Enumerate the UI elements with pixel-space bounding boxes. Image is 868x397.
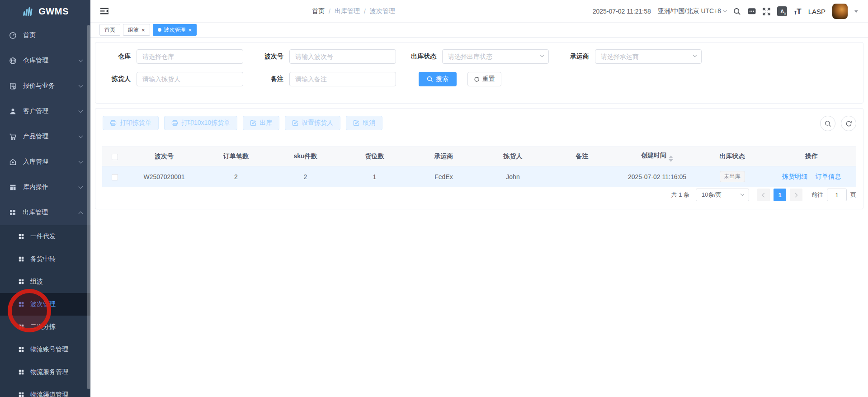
grid-icon xyxy=(18,369,24,375)
current-page-button[interactable]: 1 xyxy=(774,189,786,201)
user-menu-caret-icon[interactable] xyxy=(854,10,858,13)
table-utility-buttons xyxy=(820,116,856,131)
set-picker-button[interactable]: 设置拣货人 xyxy=(285,116,340,130)
column-header-label: 创建时间 xyxy=(641,151,666,159)
sidebar-subitem-logistics-channels[interactable]: 物流渠道管理 xyxy=(0,383,90,397)
tab-wave-grouping[interactable]: 组波 × xyxy=(123,24,150,36)
picking-detail-link[interactable]: 拣货明细 xyxy=(782,173,807,181)
edit-square-icon xyxy=(353,120,359,126)
sidebar-item-customers[interactable]: 客户管理 xyxy=(0,99,90,124)
chevron-down-icon xyxy=(79,108,83,113)
cell-actions: 拣货明细 订单信息 xyxy=(767,173,856,181)
sidebar-item-label: 报价与业务 xyxy=(23,82,79,90)
username-label[interactable]: LASP xyxy=(808,8,826,15)
filter-field-wave-no: 波次号 xyxy=(252,49,396,64)
sidebar-subitem-label: 组波 xyxy=(30,278,43,286)
chevron-up-icon xyxy=(79,211,83,216)
header-actions: 2025-07-02 11:21:58 亚洲/中国/北京 UTC+8 A 文 T… xyxy=(593,0,858,23)
search-icon xyxy=(427,76,433,82)
show-search-button[interactable] xyxy=(820,116,835,131)
page-size-select[interactable]: 10条/页 xyxy=(696,189,749,201)
status-badge: 未出库 xyxy=(720,171,745,182)
print-10x10-picking-list-button[interactable]: 打印10x10拣货单 xyxy=(164,116,237,130)
user-avatar[interactable] xyxy=(832,4,848,19)
wave-no-input[interactable] xyxy=(289,49,396,64)
fullscreen-icon[interactable] xyxy=(763,8,770,15)
outbound-status-select[interactable] xyxy=(442,49,549,64)
cancel-button[interactable]: 取消 xyxy=(346,116,382,130)
column-header-order-count: 订单笔数 xyxy=(201,152,271,161)
sidebar-item-home[interactable]: 首页 xyxy=(0,23,90,48)
carrier-select[interactable] xyxy=(595,49,702,64)
tab-wave-management[interactable]: 波次管理 × xyxy=(153,24,197,36)
table-toolbar: 打印拣货单 打印10x10拣货单 出库 xyxy=(95,109,863,130)
outbound-icon xyxy=(9,209,16,216)
logo-bars-icon xyxy=(22,6,33,17)
cell-created-at: 2025-07-02 11:16:05 xyxy=(617,173,698,180)
select-all-cell xyxy=(102,153,127,160)
tab-label: 首页 xyxy=(104,26,115,34)
cart-icon xyxy=(9,133,17,141)
goto-page-input[interactable] xyxy=(827,189,847,201)
warehouse-select[interactable] xyxy=(137,49,243,64)
field-label: 备注 xyxy=(252,75,283,83)
prev-page-button[interactable] xyxy=(757,189,770,201)
sort-carets-icon[interactable] xyxy=(669,156,673,162)
refresh-table-button[interactable] xyxy=(841,116,856,131)
sidebar-item-warehouse-ops[interactable]: 库内操作 xyxy=(0,175,90,200)
search-button[interactable]: 搜索 xyxy=(419,72,457,86)
sidebar-item-warehouse[interactable]: 仓库管理 xyxy=(0,48,90,73)
close-icon[interactable]: × xyxy=(142,27,145,33)
pagination: 共 1 条 10条/页 1 前往 页 xyxy=(95,189,856,201)
sidebar-item-products[interactable]: 产品管理 xyxy=(0,124,90,149)
field-label: 出库状态 xyxy=(405,52,436,61)
select-all-checkbox[interactable] xyxy=(112,154,118,160)
tab-label: 组波 xyxy=(128,26,139,34)
breadcrumb-home[interactable]: 首页 xyxy=(312,7,325,15)
close-icon[interactable]: × xyxy=(189,27,192,33)
sidebar-subitem-logistics-accounts[interactable]: 物流账号管理 xyxy=(0,338,90,361)
font-size-icon[interactable]: T T xyxy=(794,8,802,15)
field-label: 仓库 xyxy=(99,52,131,61)
sidebar-item-inbound[interactable]: 入库管理 xyxy=(0,149,90,175)
search-icon[interactable] xyxy=(733,8,741,15)
sidebar-subitem-wave-grouping[interactable]: 组波 xyxy=(0,270,90,293)
sidebar-scrollbar[interactable] xyxy=(87,25,90,389)
chevron-down-icon xyxy=(79,184,83,189)
filter-row-2: 拣货人 备注 搜索 重置 xyxy=(99,72,863,86)
current-time: 2025-07-02 11:21:58 xyxy=(593,8,651,15)
font-size-big-glyph: T xyxy=(797,8,801,15)
order-info-link[interactable]: 订单信息 xyxy=(816,173,841,181)
page-content: 仓库 波次号 出库状态 承运商 xyxy=(90,38,868,214)
menu-fold-icon[interactable] xyxy=(100,8,108,14)
remark-input[interactable] xyxy=(289,72,396,86)
translate-sub-glyph: 文 xyxy=(783,12,787,16)
cell-carrier: FedEx xyxy=(409,173,478,180)
column-header-slot-count: 货位数 xyxy=(340,152,409,161)
filter-panel: 仓库 波次号 出库状态 承运商 xyxy=(95,42,863,104)
outbound-button[interactable]: 出库 xyxy=(243,116,279,130)
sidebar-item-quotes[interactable]: 报价与业务 xyxy=(0,73,90,99)
sidebar-subitem-label: 物流账号管理 xyxy=(30,345,68,354)
tab-home[interactable]: 首页 xyxy=(99,24,120,36)
message-icon[interactable] xyxy=(748,8,756,15)
picker-input[interactable] xyxy=(137,72,243,86)
toolbar-button-label: 打印拣货单 xyxy=(120,119,151,127)
timezone-selector[interactable]: 亚洲/中国/北京 UTC+8 xyxy=(658,7,726,15)
print-picking-list-button[interactable]: 打印拣货单 xyxy=(103,116,159,130)
row-checkbox[interactable] xyxy=(112,174,118,180)
reset-button[interactable]: 重置 xyxy=(467,72,501,86)
translate-icon[interactable]: A 文 xyxy=(777,6,787,16)
warehouse-ops-icon xyxy=(9,184,17,191)
printer-icon xyxy=(171,120,178,126)
sidebar-subitem-stock-transfer[interactable]: 备货中转 xyxy=(0,248,90,270)
reset-button-label: 重置 xyxy=(482,75,495,83)
sidebar-item-outbound[interactable]: 出库管理 xyxy=(0,200,90,225)
sidebar-subitem-dropship[interactable]: 一件代发 xyxy=(0,225,90,248)
next-page-button[interactable] xyxy=(790,189,802,201)
column-header-picker: 拣货人 xyxy=(478,152,547,161)
sidebar-subitem-logistics-services[interactable]: 物流服务管理 xyxy=(0,361,90,383)
search-button-label: 搜索 xyxy=(436,75,448,83)
cell-picker: John xyxy=(478,173,547,180)
breadcrumb-outbound[interactable]: 出库管理 xyxy=(335,7,360,15)
